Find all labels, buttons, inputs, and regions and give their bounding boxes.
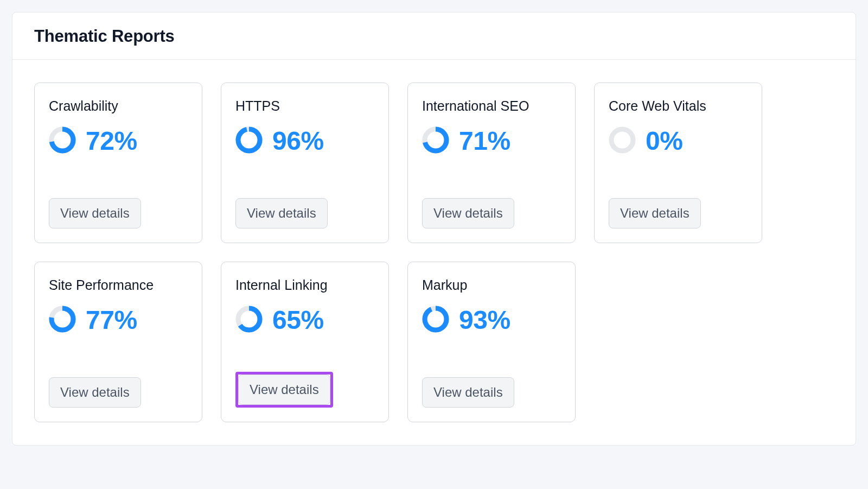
progress-ring-icon [49, 126, 76, 156]
view-details-button[interactable]: View details [235, 198, 328, 228]
report-card-https: HTTPS 96%View details [221, 82, 389, 243]
report-title: Core Web Vitals [609, 98, 748, 114]
progress-ring-icon [609, 126, 636, 156]
metric-row: 0% [609, 126, 748, 156]
report-card-markup: Markup 93%View details [407, 262, 576, 422]
report-title: Crawlability [49, 98, 188, 114]
metric-row: 72% [49, 126, 188, 156]
panel-title: Thematic Reports [34, 27, 834, 46]
metric-value: 71% [459, 126, 510, 156]
svg-point-3 [238, 129, 260, 151]
report-card-core-web-vitals: Core Web Vitals 0%View details [594, 82, 762, 243]
report-title: HTTPS [235, 98, 374, 114]
view-details-button[interactable]: View details [422, 377, 514, 408]
highlight-frame: View details [235, 372, 333, 408]
report-card-crawlability: Crawlability 72%View details [34, 82, 202, 243]
report-card-site-performance: Site Performance 77%View details [34, 262, 202, 422]
reports-grid: Crawlability 72%View detailsHTTPS 96%Vie… [12, 60, 856, 445]
metric-row: 96% [235, 126, 374, 156]
progress-ring-icon [235, 306, 263, 335]
view-details-button[interactable]: View details [422, 198, 514, 228]
thematic-reports-panel: Thematic Reports Crawlability 72%View de… [12, 12, 856, 446]
metric-value: 96% [272, 126, 324, 156]
report-title: Internal Linking [235, 277, 374, 293]
metric-row: 65% [235, 305, 374, 335]
metric-value: 77% [86, 305, 137, 335]
view-details-button[interactable]: View details [238, 374, 330, 405]
svg-point-6 [611, 129, 633, 151]
view-details-button[interactable]: View details [49, 377, 141, 408]
metric-row: 77% [49, 305, 188, 335]
report-title: International SEO [422, 98, 561, 114]
metric-value: 65% [272, 305, 324, 335]
metric-value: 0% [646, 126, 682, 156]
view-details-button[interactable]: View details [49, 198, 141, 228]
metric-row: 71% [422, 126, 561, 156]
metric-value: 93% [459, 305, 510, 335]
progress-ring-icon [422, 306, 449, 335]
metric-row: 93% [422, 305, 561, 335]
report-title: Markup [422, 277, 561, 293]
progress-ring-icon [49, 306, 76, 335]
view-details-button[interactable]: View details [609, 198, 701, 228]
svg-point-13 [425, 308, 446, 330]
panel-header: Thematic Reports [12, 12, 856, 60]
progress-ring-icon [422, 126, 449, 156]
metric-value: 72% [86, 126, 137, 156]
report-card-internal-linking: Internal Linking 65%View details [221, 262, 389, 422]
report-card-international-seo: International SEO 71%View details [407, 82, 576, 243]
progress-ring-icon [235, 126, 263, 156]
report-title: Site Performance [49, 277, 188, 293]
